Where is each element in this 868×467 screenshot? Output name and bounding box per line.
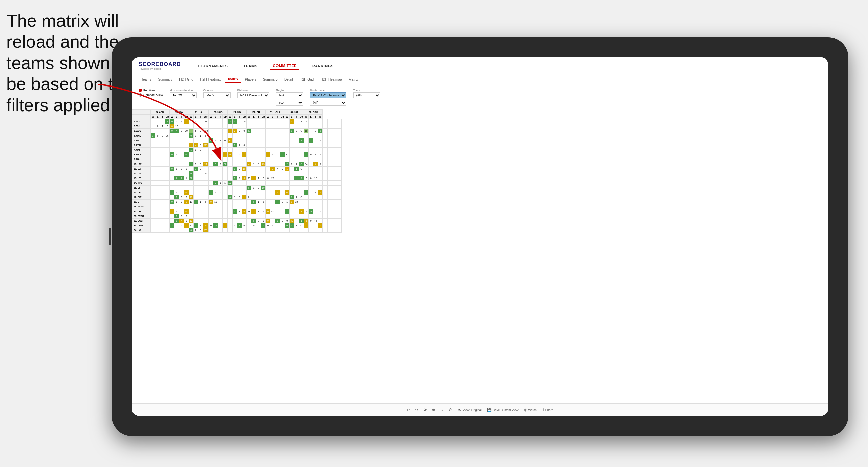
matrix-cell (218, 133, 223, 138)
matrix-cell (251, 214, 256, 219)
table-row: 23. UNM2020212002502010101000101 (132, 223, 342, 228)
redo-button[interactable]: ↪ (415, 408, 418, 412)
nav-teams[interactable]: TEAMS (241, 63, 260, 69)
matrix-cell (328, 190, 332, 195)
zoom-out-button[interactable]: ⊖ (440, 408, 443, 412)
region-select[interactable]: N/A (276, 92, 303, 98)
logo-subtitle: Powered by clippd (139, 67, 181, 70)
share-button[interactable]: ⤴ Share (542, 408, 553, 412)
matrix-cell: 0 (242, 209, 246, 214)
matrix-cell (299, 148, 304, 152)
row-label: 16. UO (132, 190, 151, 195)
matrix-cell (165, 171, 170, 176)
matrix-cell (261, 157, 266, 162)
nav-committee[interactable]: COMMITTEE (270, 62, 299, 70)
conference-select2[interactable]: (All) (310, 100, 346, 106)
sub-nav-summary2[interactable]: Summary (260, 77, 280, 82)
gender-select[interactable]: Men's (203, 92, 231, 98)
row-label: 3. ASU (132, 129, 151, 133)
matrix-cell: 13 (309, 209, 313, 214)
sub-nav-h2h-heatmap2[interactable]: H2H Heatmap (318, 77, 344, 82)
sub-nav-detail[interactable]: Detail (282, 77, 296, 82)
matrix-cell (151, 171, 155, 176)
matrix-cell (309, 133, 313, 138)
matrix-cell: 0 (280, 190, 285, 195)
matrix-cell (337, 157, 342, 162)
redo-icon: ↪ (415, 408, 418, 412)
full-view-option[interactable]: Full View (139, 89, 163, 92)
matrix-cell: 13 (294, 200, 299, 204)
matrix-container[interactable]: 3. ASU 10. UW 11. UA 22. UCB 24. UO 27. … (132, 109, 828, 403)
matrix-cell (227, 186, 232, 190)
full-view-radio[interactable] (139, 89, 142, 92)
reset-button[interactable]: ⟳ (424, 408, 427, 412)
save-custom-button[interactable]: 💾 Save Custom View (487, 408, 519, 412)
matrix-cell (237, 124, 242, 129)
matrix-cell (337, 148, 342, 152)
matrix-cell: 40 (289, 219, 294, 223)
matrix-cell (328, 214, 332, 219)
compact-view-option[interactable]: Compact View (139, 93, 163, 97)
matrix-cell (165, 157, 170, 162)
matrix-cell (256, 214, 261, 219)
max-teams-select[interactable]: Top 25 (170, 92, 197, 98)
matrix-cell (218, 176, 223, 181)
nav-tournaments[interactable]: TOURNAMENTS (195, 63, 231, 69)
sub-nav-h2h-grid2[interactable]: H2H Grid (297, 77, 316, 82)
nav-rankings[interactable]: RANKINGS (310, 63, 336, 69)
region-select2[interactable]: N/A (276, 100, 303, 106)
matrix-cell: 0 (203, 223, 209, 228)
compact-view-radio[interactable] (139, 93, 142, 97)
matrix-cell (189, 129, 193, 133)
matrix-cell (275, 176, 280, 181)
matrix-cell (198, 186, 203, 190)
matrix-cell (193, 190, 198, 195)
matrix-cell (256, 181, 261, 186)
sub-nav-matrix2[interactable]: Matrix (346, 77, 361, 82)
matrix-cell: 2 (170, 190, 174, 195)
undo-icon: ↩ (407, 408, 410, 412)
matrix-cell (318, 148, 323, 152)
matrix-cell: 0 (242, 143, 246, 148)
zoom-in-button[interactable]: ⊕ (432, 408, 435, 412)
matrix-cell (337, 133, 342, 138)
sub-nav-h2h-grid[interactable]: H2H Grid (176, 77, 196, 82)
matrix-cell: 1 (213, 190, 218, 195)
division-select[interactable]: NCAA Division I (237, 92, 269, 98)
row-label: 9. UA (132, 157, 151, 162)
matrix-cell (275, 200, 280, 204)
sub-nav-teams[interactable]: Teams (139, 77, 154, 82)
matrix-cell (223, 176, 227, 181)
table-row: 6. FSU14035010 (132, 143, 342, 148)
matrix-cell: 0 (218, 152, 223, 157)
sub-nav-h2h-heatmap[interactable]: H2H Heatmap (197, 77, 224, 82)
team-select[interactable]: (All) (353, 92, 380, 98)
matrix-cell (198, 214, 203, 219)
matrix-cell (328, 152, 332, 157)
matrix-cell (151, 167, 155, 171)
table-row: 20. UG110340102310040010131 (132, 209, 342, 214)
matrix-cell: 0 (289, 200, 294, 204)
matrix-cell (179, 133, 184, 138)
matrix-cell (198, 152, 203, 157)
matrix-cell: 0 (184, 223, 189, 228)
sub-nav-players[interactable]: Players (242, 77, 259, 82)
matrix-cell (270, 186, 275, 190)
matrix-cell (294, 124, 299, 129)
sub-nav-matrix[interactable]: Matrix (225, 76, 241, 83)
matrix-cell (270, 200, 275, 204)
watch-button[interactable]: ◎ Watch (524, 408, 537, 412)
matrix-cell: 0 (218, 190, 223, 195)
matrix-cell (247, 167, 251, 171)
sub-nav-summary[interactable]: Summary (155, 77, 175, 82)
clock-button[interactable]: ⏱ (449, 408, 453, 412)
matrix-cell: 1 (174, 195, 179, 200)
matrix-cell: 1 (261, 223, 266, 228)
matrix-cell (332, 204, 337, 209)
view-original-button[interactable]: 👁 View: Original (458, 408, 481, 412)
matrix-cell (209, 157, 213, 162)
conference-select[interactable]: Pac-12 Conference (310, 92, 346, 98)
undo-button[interactable]: ↩ (407, 408, 410, 412)
matrix-cell (247, 148, 251, 152)
logo-title: SCOREBOARD (139, 61, 181, 67)
